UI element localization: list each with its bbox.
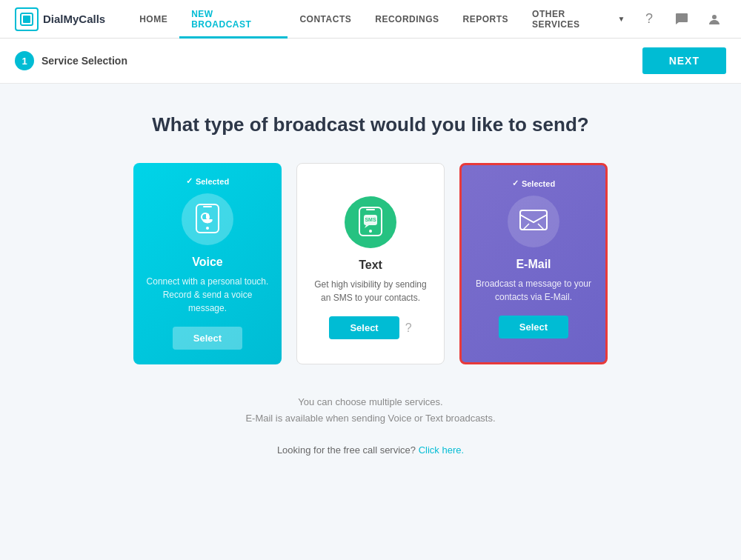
text-select-button[interactable]: Select xyxy=(329,316,399,339)
step-number: 1 xyxy=(15,51,34,70)
info-text: You can choose multiple services. E-Mail… xyxy=(245,394,495,427)
text-title: Text xyxy=(359,259,382,272)
page-wrapper: 1 Service Selection NEXT What type of br… xyxy=(0,39,741,478)
sms-icon: SMS xyxy=(345,196,396,248)
step-bar: 1 Service Selection NEXT xyxy=(0,39,741,84)
info-line2: E-Mail is available when sending Voice o… xyxy=(245,410,495,427)
user-icon[interactable] xyxy=(702,7,726,31)
text-desc: Get high visibility by sending an SMS to… xyxy=(309,278,432,304)
step-indicator: 1 Service Selection xyxy=(15,51,127,70)
nav-links: HOME NEW BROADCAST CONTACTS RECORDINGS R… xyxy=(127,0,637,39)
nav-reports[interactable]: REPORTS xyxy=(451,0,521,39)
free-service-text: Looking for the free call service? Click… xyxy=(277,444,464,456)
email-title: E-Mail xyxy=(516,258,551,271)
chat-icon[interactable] xyxy=(670,7,694,31)
voice-card: ✓ Selected Voice Connect with a personal… xyxy=(133,163,282,364)
svg-text:SMS: SMS xyxy=(365,217,376,222)
svg-rect-9 xyxy=(366,209,375,210)
cards-row: ✓ Selected Voice Connect with a personal… xyxy=(133,163,608,364)
email-check-icon: ✓ xyxy=(512,179,519,188)
email-desc: Broadcast a message to your contacts via… xyxy=(473,277,594,304)
help-icon[interactable]: ? xyxy=(637,7,661,31)
next-button[interactable]: NEXT xyxy=(642,47,726,74)
svg-point-5 xyxy=(206,227,209,230)
svg-rect-4 xyxy=(203,206,212,207)
nav-new-broadcast[interactable]: NEW BROADCAST xyxy=(179,0,288,39)
logo-text: DialMyCalls xyxy=(43,13,105,25)
voice-icon xyxy=(182,193,233,245)
svg-point-10 xyxy=(369,230,372,233)
voice-selected-badge: ✓ Selected xyxy=(186,176,229,186)
main-content: What type of broadcast would you like to… xyxy=(0,84,741,478)
text-card: SMS Text Get high visibility by sending … xyxy=(296,163,445,364)
email-selected-badge: ✓ Selected xyxy=(512,179,555,188)
voice-select-button[interactable]: Select xyxy=(173,327,242,350)
logo[interactable]: DialMyCalls xyxy=(15,7,105,31)
svg-rect-13 xyxy=(520,210,547,230)
nav-home[interactable]: HOME xyxy=(127,0,179,39)
step-label: Service Selection xyxy=(41,55,127,67)
svg-point-2 xyxy=(712,15,717,19)
nav-other-services[interactable]: OTHER SERVICES ▼ xyxy=(520,0,637,39)
other-services-chevron: ▼ xyxy=(618,15,625,23)
free-service-link[interactable]: Click here. xyxy=(419,444,464,456)
email-select-button[interactable]: Select xyxy=(499,316,568,339)
navbar: DialMyCalls HOME NEW BROADCAST CONTACTS … xyxy=(0,0,741,39)
nav-right: ? xyxy=(637,7,726,31)
text-help-icon[interactable]: ? xyxy=(405,321,412,335)
svg-rect-1 xyxy=(23,16,30,23)
voice-title: Voice xyxy=(192,256,223,269)
voice-desc: Connect with a personal touch. Record & … xyxy=(145,275,270,315)
logo-icon xyxy=(15,7,39,31)
nav-contacts[interactable]: CONTACTS xyxy=(288,0,363,39)
broadcast-question: What type of broadcast would you like to… xyxy=(152,113,588,136)
email-card: ✓ Selected E-Mail Broadcast a message to… xyxy=(459,163,608,364)
info-line1: You can choose multiple services. xyxy=(245,394,495,410)
svg-rect-7 xyxy=(206,213,209,219)
voice-check-icon: ✓ xyxy=(186,176,193,186)
email-icon xyxy=(508,196,559,247)
nav-recordings[interactable]: RECORDINGS xyxy=(363,0,451,39)
